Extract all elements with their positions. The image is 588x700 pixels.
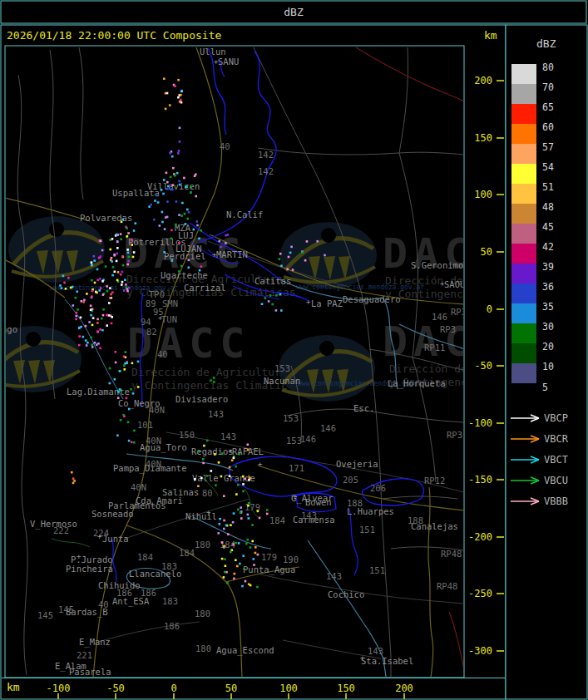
radar-echo-pixel — [91, 295, 93, 298]
x-tick-label: 200 — [395, 683, 413, 694]
radar-echo-pixel — [114, 254, 116, 257]
place-label: Polvaredas — [80, 213, 132, 223]
radar-echo-pixel — [198, 238, 200, 240]
route-number-label: 180 — [195, 643, 211, 653]
radar-echo-pixel — [133, 430, 136, 432]
radar-echo-pixel — [206, 475, 209, 477]
radar-echo-pixel — [117, 397, 120, 399]
radar-echo-pixel — [100, 287, 102, 289]
radar-echo-pixel — [251, 524, 254, 526]
radar-echo-pixel — [161, 221, 164, 224]
radar-echo-pixel — [123, 364, 126, 367]
radar-echo-pixel — [106, 314, 108, 317]
radar-echo-pixel — [119, 370, 121, 372]
route-number-label: 146 — [300, 434, 316, 444]
radar-echo-pixel — [116, 260, 118, 263]
radar-echo-pixel — [75, 297, 77, 299]
place-label: RAFAEL — [232, 446, 264, 456]
radar-echo-pixel — [159, 224, 161, 227]
radar-echo-pixel — [171, 184, 174, 186]
radar-echo-pixel — [166, 172, 168, 175]
radar-echo-pixel — [288, 256, 290, 259]
radar-echo-pixel — [137, 386, 140, 388]
radar-echo-pixel — [180, 214, 183, 217]
radar-echo-pixel — [126, 249, 129, 251]
radar-echo-pixel — [219, 518, 221, 520]
radar-echo-pixel — [195, 195, 197, 198]
radar-echo-pixel — [111, 323, 113, 325]
x-tick-label: 50 — [225, 683, 237, 694]
radar-echo-pixel — [244, 478, 246, 481]
radar-echo-pixel — [247, 514, 250, 516]
radar-echo-pixel — [99, 348, 101, 350]
radar-echo-pixel — [86, 342, 89, 344]
radar-echo-pixel — [279, 253, 282, 255]
radar-echo-pixel — [128, 440, 131, 442]
vector-label: VBCR — [544, 433, 569, 445]
route-number-label: 150 — [179, 430, 195, 440]
radar-echo-pixel — [179, 101, 181, 103]
radar-echo-pixel — [131, 362, 134, 365]
radar-echo-pixel — [225, 242, 227, 244]
radar-echo-pixel — [91, 346, 94, 348]
station-marker: + — [214, 57, 219, 66]
radar-echo-pixel — [221, 452, 224, 455]
radar-echo-pixel — [131, 239, 133, 242]
route-number-label: 82 — [146, 327, 157, 337]
route-number-label: 184 — [137, 552, 153, 562]
radar-echo-pixel — [96, 318, 99, 321]
radar-echo-pixel — [194, 478, 196, 481]
radar-echo-pixel — [132, 392, 135, 395]
radar-echo-pixel — [172, 167, 175, 170]
route-number-label: 94 — [141, 317, 151, 327]
radar-echo-pixel — [175, 200, 178, 203]
radar-echo-pixel — [94, 342, 96, 344]
place-label: Sta.Isabel — [361, 656, 413, 666]
radar-echo-pixel — [73, 480, 76, 482]
radar-echo-pixel — [93, 259, 96, 262]
radar-echo-pixel — [257, 510, 259, 513]
radar-echo-pixel — [229, 475, 231, 477]
radar-echo-pixel — [148, 205, 151, 208]
radar-echo-pixel — [184, 213, 186, 215]
place-label: Uspallata — [112, 188, 160, 198]
radar-echo-pixel — [188, 267, 190, 269]
color-scale: 807065605754514845423936353020105 — [511, 62, 554, 393]
y-tick-label: -250 — [468, 588, 492, 599]
radar-echo-pixel — [245, 543, 248, 545]
place-label: Ullun — [200, 47, 226, 57]
route-number-label: 153 — [283, 413, 299, 423]
radar-echo-pixel — [254, 546, 257, 549]
x-tick-label: -50 — [106, 683, 125, 694]
scale-swatch — [511, 363, 536, 383]
radar-echo-pixel — [186, 209, 189, 211]
radar-echo-pixel — [170, 176, 172, 179]
radar-echo-pixel — [231, 549, 234, 551]
station-marker: + — [228, 446, 233, 455]
radar-echo-pixel — [75, 318, 77, 321]
radar-echo-pixel — [290, 246, 293, 249]
y-tick-label: 0 — [487, 303, 492, 315]
radar-echo-pixel — [257, 554, 259, 556]
radar-echo-pixel — [232, 521, 235, 524]
route-number-label: RP11 — [424, 343, 445, 352]
radar-echo-pixel — [181, 202, 184, 205]
radar-echo-pixel — [106, 290, 109, 293]
radar-echo-pixel — [180, 90, 183, 92]
radar-echo-pixel — [127, 421, 130, 424]
radar-echo-pixel — [219, 240, 221, 243]
radar-echo-pixel — [165, 92, 167, 95]
radar-echo-pixel — [223, 495, 225, 497]
radar-echo-pixel — [170, 238, 173, 240]
radar-echo-pixel — [126, 286, 128, 288]
route-number-label: 186 — [116, 588, 132, 598]
y-tick-label: 200 — [474, 75, 492, 86]
radar-echo-pixel — [279, 258, 281, 260]
radar-echo-pixel — [221, 558, 224, 560]
radar-echo-pixel — [91, 279, 93, 282]
radar-echo-pixel — [165, 108, 167, 111]
radar-echo-pixel — [137, 361, 140, 363]
route-number-label: 40N — [149, 405, 165, 415]
radar-echo-pixel — [98, 257, 101, 259]
radar-echo-pixel — [116, 435, 119, 437]
